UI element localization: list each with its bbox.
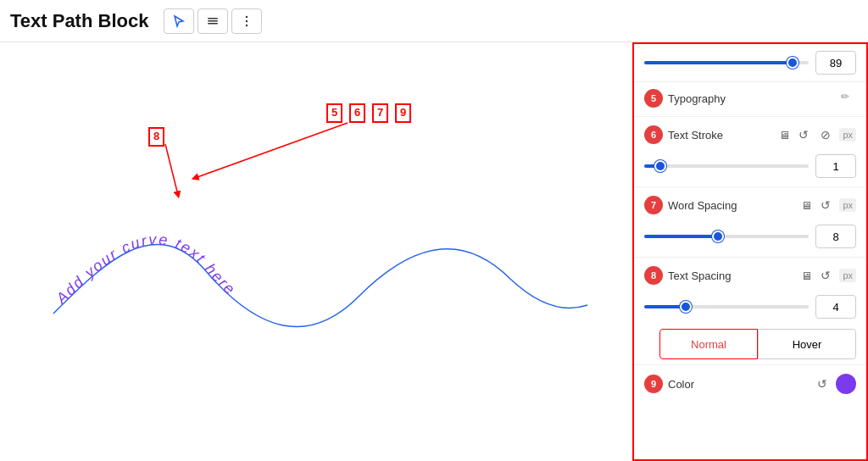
badge-9: 9	[644, 375, 663, 393]
word-spacing-section-header: 7 Word Spacing 🖥 ↺ px	[634, 189, 866, 221]
main-layout: Add your curve text here 8 5 6 7 9 89	[0, 42, 868, 461]
typography-section-header: 5 Typography ✏	[634, 82, 866, 114]
text-spacing-control: 4	[634, 292, 866, 325]
px-label-text: px	[839, 269, 856, 282]
state-tab-row: Normal Hover	[659, 329, 856, 359]
svg-text:Add your curve text here: Add your curve text here	[53, 230, 240, 308]
reset-icon-text[interactable]: ↺	[817, 267, 834, 284]
canvas-svg: Add your curve text here	[0, 42, 632, 461]
word-spacing-icons: 🖥 ↺ px	[801, 197, 856, 214]
more-tool-button[interactable]	[231, 8, 262, 34]
badge-6: 6	[644, 125, 663, 144]
px-label-stroke: px	[839, 128, 856, 142]
text-stroke-control: 1	[634, 151, 866, 185]
more-icon	[240, 14, 253, 28]
svg-rect-0	[208, 18, 218, 19]
text-spacing-section-header: 8 Text Spacing 🖥 ↺ px	[634, 259, 866, 292]
svg-point-3	[246, 15, 248, 17]
page-header: Text Path Block	[0, 0, 868, 42]
divider-4	[634, 364, 866, 365]
divider-1	[634, 116, 866, 117]
badge-5: 5	[644, 89, 663, 108]
text-slider-track[interactable]	[644, 305, 809, 308]
right-panel: 89 5 Typography ✏ 6 Text Stroke 🖥 ↺ ⊘ px	[632, 42, 868, 461]
page-title: Text Path Block	[10, 10, 148, 32]
word-spacing-control: 8	[634, 221, 866, 255]
cursor-tool-button[interactable]	[164, 8, 194, 34]
typography-label: Typography	[668, 92, 836, 105]
arrow-8	[165, 144, 216, 212]
align-tool-button[interactable]	[198, 8, 228, 34]
badge-7: 7	[644, 196, 663, 214]
svg-point-5	[246, 24, 248, 25]
annotation-5: 5	[326, 103, 342, 123]
reset-icon-word[interactable]: ↺	[817, 197, 834, 214]
top-slider-row: 89	[634, 44, 866, 82]
monitor-icon-stroke[interactable]: 🖥	[779, 129, 790, 142]
word-spacing-label: Word Spacing	[668, 199, 796, 212]
badge-8: 8	[644, 266, 663, 285]
arrow-group	[322, 123, 407, 191]
annotation-6: 6	[349, 103, 365, 123]
stroke-slider-input[interactable]: 1	[815, 154, 856, 178]
monitor-icon-word[interactable]: 🖥	[801, 199, 812, 212]
px-label-word: px	[839, 198, 856, 212]
text-spacing-label: Text Spacing	[668, 269, 796, 282]
top-slider-input[interactable]: 89	[815, 51, 856, 75]
divider-2	[634, 186, 866, 187]
annotation-9-canvas: 9	[395, 103, 411, 123]
word-slider-input[interactable]: 8	[815, 225, 856, 248]
edit-icon[interactable]: ✏	[841, 91, 856, 106]
text-stroke-section-header: 6 Text Stroke 🖥 ↺ ⊘ px	[634, 119, 866, 151]
stroke-slider-track[interactable]	[644, 164, 809, 168]
top-slider-track[interactable]	[644, 61, 809, 64]
divider-3	[634, 257, 866, 258]
color-swatch[interactable]	[836, 374, 856, 394]
clear-icon-stroke[interactable]: ⊘	[817, 126, 834, 143]
text-slider-input[interactable]: 4	[815, 295, 856, 319]
svg-rect-2	[208, 23, 218, 25]
canvas-area: Add your curve text here 8 5 6 7 9	[0, 42, 632, 461]
typography-icons: ✏	[841, 91, 856, 106]
color-icons: ↺	[814, 374, 856, 394]
svg-point-4	[246, 19, 248, 21]
reset-icon-stroke[interactable]: ↺	[795, 126, 812, 143]
monitor-icon-text[interactable]: 🖥	[801, 269, 812, 282]
annotation-8: 8	[148, 127, 164, 147]
annotation-7: 7	[372, 103, 388, 123]
cursor-icon	[172, 14, 186, 28]
text-spacing-icons: 🖥 ↺ px	[801, 267, 856, 284]
normal-tab-button[interactable]: Normal	[659, 329, 758, 359]
color-label: Color	[668, 378, 809, 391]
color-section-header: 9 Color ↺	[634, 367, 866, 401]
toolbar	[164, 8, 262, 34]
text-stroke-label: Text Stroke	[668, 129, 774, 142]
svg-line-7	[165, 144, 178, 195]
svg-rect-1	[208, 20, 218, 22]
word-slider-track[interactable]	[644, 235, 809, 238]
reset-icon-color[interactable]: ↺	[814, 375, 831, 392]
hover-tab-button[interactable]: Hover	[758, 329, 856, 359]
text-stroke-icons: 🖥 ↺ ⊘ px	[779, 126, 856, 143]
align-icon	[206, 14, 220, 28]
